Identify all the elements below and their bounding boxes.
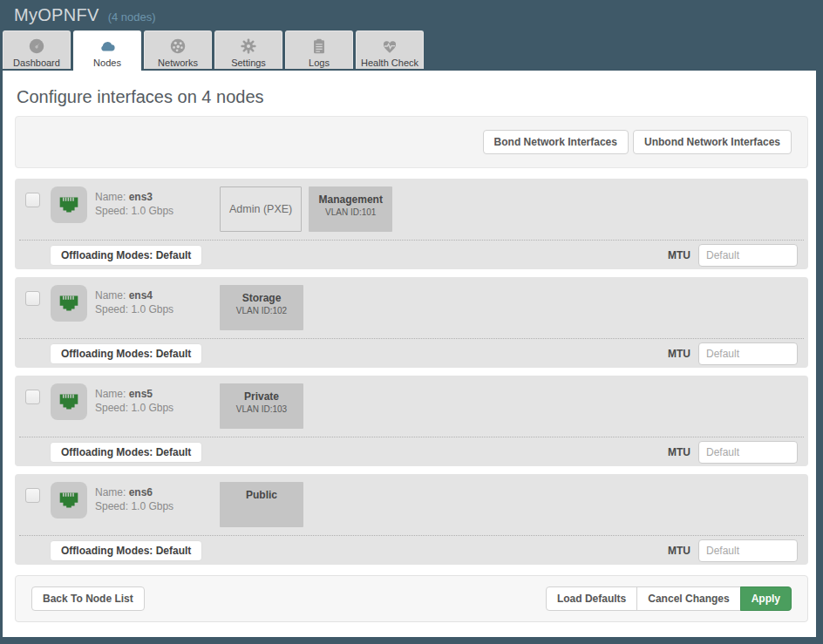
tab-label: Health Check [357,58,423,68]
network-assignments: Public [220,482,303,527]
network-box-public[interactable]: Public [220,482,303,527]
back-to-node-list-button[interactable]: Back To Node List [31,586,145,611]
interface-name: ens3 [129,191,153,203]
content-area: Configure interfaces on 4 nodes Bond Net… [3,71,816,637]
cloud-icon [98,37,117,56]
apply-button[interactable]: Apply [740,586,792,611]
interface-speed: 1.0 Gbps [131,303,173,315]
footer-action-group: Load Defaults Cancel Changes Apply [546,586,792,611]
tab-label: Networks [145,58,211,68]
interface-name: ens5 [129,388,153,400]
network-box-private[interactable]: PrivateVLAN ID:103 [220,383,303,429]
gauge-icon [27,37,46,56]
tab-logs[interactable]: Logs [285,31,353,69]
speed-label: Speed: [95,205,128,217]
interface-row-bottom: Offloading Modes: Default MTU [15,241,808,269]
network-assignments: Admin (PXE)ManagementVLAN ID:101 [220,186,392,232]
tab-label: Nodes [74,58,140,68]
interface-row: Name: ens4 Speed: 1.0 Gbps StorageVLAN I… [15,277,808,368]
load-defaults-button[interactable]: Load Defaults [546,586,637,611]
tab-settings[interactable]: Settings [214,31,282,69]
mtu-input[interactable] [698,441,798,464]
tab-bar: Dashboard Nodes Networks Settings Logs [3,31,823,71]
network-name: Storage [228,292,295,304]
interface-row: Name: ens3 Speed: 1.0 Gbps Admin (PXE)Ma… [15,179,808,269]
vlan-id: VLAN ID:103 [228,404,295,414]
mtu-group: MTU [668,342,798,365]
clipboard-icon [309,37,329,56]
interface-meta: Name: ens3 Speed: 1.0 Gbps [95,190,173,218]
bond-toolbar: Bond Network Interfaces Unbond Network I… [15,116,808,168]
globe-icon [168,37,187,56]
offloading-modes-button[interactable]: Offloading Modes: Default [50,343,202,364]
interface-row-top: Name: ens3 Speed: 1.0 Gbps Admin (PXE)Ma… [15,179,808,240]
name-label: Name: [95,486,126,498]
interface-checkbox[interactable] [25,193,40,207]
mtu-input[interactable] [698,342,798,365]
nic-port-icon [51,383,87,420]
speed-label: Speed: [95,500,128,512]
mtu-label: MTU [668,446,690,458]
mtu-input[interactable] [698,539,798,562]
mtu-group: MTU [668,244,798,267]
network-box-storage[interactable]: StorageVLAN ID:102 [220,285,303,330]
unbond-network-interfaces-button[interactable]: Unbond Network Interfaces [633,130,792,154]
interface-row-top: Name: ens6 Speed: 1.0 Gbps Public [15,474,808,535]
interface-row-bottom: Offloading Modes: Default MTU [15,339,808,368]
interface-row-top: Name: ens5 Speed: 1.0 Gbps PrivateVLAN I… [15,376,808,437]
offloading-modes-button[interactable]: Offloading Modes: Default [50,245,202,266]
nic-port-icon [51,482,87,519]
tab-networks[interactable]: Networks [144,31,212,69]
mtu-group: MTU [668,441,798,464]
app-root: MyOPNFV (4 nodes) Dashboard Nodes Networ… [0,0,823,644]
gear-icon [239,37,258,56]
network-name: Private [228,390,295,403]
interface-speed: 1.0 Gbps [131,500,173,512]
cancel-changes-button[interactable]: Cancel Changes [636,586,740,611]
interface-name: ens6 [129,486,153,498]
tab-label: Settings [215,58,282,68]
interface-row: Name: ens5 Speed: 1.0 Gbps PrivateVLAN I… [15,376,808,466]
interface-row-bottom: Offloading Modes: Default MTU [15,437,808,466]
vlan-id: VLAN ID:101 [317,207,384,217]
tab-label: Logs [286,58,352,68]
heart-pulse-icon [380,37,399,56]
tab-dashboard[interactable]: Dashboard [3,31,71,69]
mtu-label: MTU [668,545,690,557]
network-name: Admin (PXE) [229,203,292,215]
interface-meta: Name: ens4 Speed: 1.0 Gbps [95,288,173,316]
interface-row: Name: ens6 Speed: 1.0 Gbps Public Offloa… [15,474,808,565]
top-bar: MyOPNFV (4 nodes) [0,0,823,31]
offloading-modes-button[interactable]: Offloading Modes: Default [50,540,202,561]
offloading-modes-button[interactable]: Offloading Modes: Default [50,442,202,463]
speed-label: Speed: [95,303,128,315]
interface-row-bottom: Offloading Modes: Default MTU [15,536,808,565]
mtu-label: MTU [668,249,690,261]
name-label: Name: [95,388,126,400]
interface-meta: Name: ens5 Speed: 1.0 Gbps [95,387,173,415]
interface-speed: 1.0 Gbps [131,402,173,414]
network-box-management[interactable]: ManagementVLAN ID:101 [309,186,392,232]
bond-network-interfaces-button[interactable]: Bond Network Interfaces [483,130,629,154]
network-box-admin-pxe[interactable]: Admin (PXE) [220,186,302,232]
tab-health-check[interactable]: Health Check [356,31,424,69]
interface-checkbox[interactable] [25,291,40,306]
node-count: (4 nodes) [108,10,156,24]
interface-name: ens4 [129,289,153,302]
mtu-input[interactable] [698,244,798,267]
nic-port-icon [51,285,87,322]
interface-checkbox[interactable] [25,488,40,503]
interface-row-top: Name: ens4 Speed: 1.0 Gbps StorageVLAN I… [15,277,808,338]
network-assignments: StorageVLAN ID:102 [220,285,303,330]
page-title: Configure interfaces on 4 nodes [17,87,808,107]
interface-checkbox[interactable] [25,390,40,404]
tab-nodes[interactable]: Nodes [73,31,141,71]
network-name: Public [228,489,295,501]
interface-meta: Name: ens6 Speed: 1.0 Gbps [95,485,173,513]
mtu-group: MTU [668,539,798,562]
network-name: Management [317,193,384,206]
interface-speed: 1.0 Gbps [131,205,173,217]
nic-port-icon [51,186,87,223]
app-title: MyOPNFV [14,5,99,25]
footer-bar: Back To Node List Load Defaults Cancel C… [15,575,808,622]
